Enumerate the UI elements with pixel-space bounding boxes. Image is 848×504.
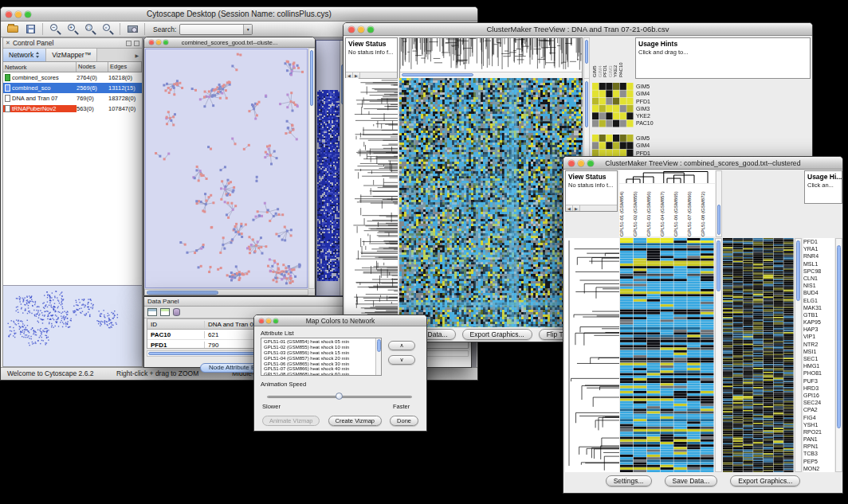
attribute-list-item[interactable]: GPL51-04 (GSM857) heat shock 20 min [262,356,375,361]
column-dendrogram-hscrollbar[interactable] [400,72,582,78]
gene-label[interactable]: RNR4 [803,252,834,260]
gene-label[interactable]: YSH1 [803,421,834,428]
gene-label[interactable]: NIS1 [803,282,834,289]
birdseye-canvas[interactable] [3,287,142,366]
animation-speed-slider[interactable] [267,392,412,401]
header-vscrollbar[interactable] [716,170,722,237]
gene-label[interactable]: TCB3 [803,450,834,457]
create-vizmap-button[interactable]: Create Vizmap [328,416,382,426]
gene-label[interactable]: FIG4 [803,414,834,421]
minimize-button[interactable] [358,26,364,33]
gene-label[interactable]: SPC98 [803,268,834,275]
view-status-scrollbar[interactable]: ◀ ▶ [346,72,397,78]
gene-label[interactable]: RPN1 [803,443,834,450]
gene-label[interactable]: PAC10 [636,119,654,127]
search-input[interactable]: ▼ [179,24,253,35]
network-list-row[interactable]: combined_sco2569(6)13112(15) [3,83,142,93]
gene-label[interactable]: PHO81 [803,369,834,377]
attribute-list-item[interactable]: GPL51-08 (GSM868) heat shock 60 min [262,372,375,376]
row-dendrogram-canvas[interactable] [565,238,619,472]
gene-label[interactable]: MAK31 [803,304,834,311]
zoom-in-icon[interactable]: + [65,22,80,37]
gene-label[interactable]: PAN1 [803,436,834,443]
network-list-row[interactable]: combined_scores2764(0)16218(0) [3,72,142,83]
gene-label[interactable]: PUF3 [803,377,834,385]
correlation-matrix-canvas[interactable] [592,83,634,127]
gene-label[interactable]: HMG1 [803,362,834,369]
network-list-row[interactable]: tRNAPuberNov2563(0)107847(0) [3,104,142,114]
gene-label[interactable]: MON2 [803,465,834,472]
column-label[interactable]: GPL51-06 (GSM865) [673,184,687,236]
scroll-right-icon[interactable]: ▶ [353,72,360,78]
zoom-out-icon[interactable]: − [48,22,62,37]
column-label[interactable]: GPL51-02 (GSM855) [633,184,646,236]
gene-label[interactable]: YRA1 [803,245,834,252]
column-dendrogram-canvas[interactable] [400,38,582,72]
save-session-icon[interactable] [23,22,37,37]
gene-label[interactable]: HAP3 [803,326,834,333]
gene-label[interactable]: SEC24 [803,399,834,406]
tab-network[interactable]: Network [3,49,46,61]
gene-label[interactable]: GIM4 [636,90,654,97]
minimize-button[interactable] [15,11,22,18]
attribute-list-item[interactable]: GPL51-03 (GSM856) heat shock 15 min [262,350,375,356]
matrix-column-label[interactable]: PFD1 [603,41,608,77]
tab-overflow-icon[interactable]: ▶ [132,49,142,61]
gene-label[interactable]: CPA2 [803,406,834,413]
zoom-window-button[interactable] [163,40,168,45]
heatmap-vscrollbar[interactable] [715,238,722,472]
attribute-listbox[interactable]: GPL51-01 (GSM854) heat shock 05 minGPL51… [261,338,382,376]
dialog-titlebar[interactable]: Map Colors to Network [254,315,426,326]
row-dendrogram-canvas[interactable] [345,78,398,327]
row-labels-vscrollbar[interactable] [835,238,842,472]
column-label[interactable]: GPL51-01 (GSM854) [619,184,633,236]
column-dendrogram-canvas[interactable] [619,170,715,183]
close-panel-icon[interactable]: ✕ [6,40,10,46]
close-button[interactable] [149,40,154,45]
gene-label[interactable]: GIM5 [636,83,654,90]
close-button[interactable] [568,160,575,166]
scroll-left-icon[interactable]: ◀ [566,205,573,211]
zoom-fit-icon[interactable]: □ [83,22,97,37]
scroll-right-icon[interactable]: ▶ [573,205,580,211]
column-label[interactable]: GPL51-07 (GSM866) [687,184,701,236]
gene-label[interactable]: PFD1 [636,98,654,105]
attribute-list-item[interactable]: GPL51-07 (GSM866) heat shock 40 min [262,366,375,372]
global-view-canvas[interactable] [723,238,794,472]
column-label[interactable]: GPL51-04 (GSM857) [660,184,673,236]
network-list-row[interactable]: DNA and Tran 07769(0)183728(0) [3,93,142,104]
main-titlebar[interactable]: Cytoscape Desktop (Session Name: collins… [1,7,477,21]
background-network-window[interactable] [316,40,345,296]
close-button[interactable] [259,318,264,323]
gene-label[interactable]: MSL1 [803,260,834,268]
attribute-list-item[interactable]: GPL51-06 (GSM865) heat shock 30 min [262,361,375,367]
treeview-combined-titlebar[interactable]: ClusterMaker TreeView : combined_scores_… [563,157,842,170]
export-graphics-button[interactable]: Export Graphics... [462,329,532,340]
gene-label[interactable]: KAP95 [803,318,834,326]
gene-label[interactable]: GIM5 [636,135,654,142]
network-vscrollbar[interactable] [308,48,315,289]
snapshot-icon[interactable] [125,22,139,37]
network-view-titlebar[interactable]: combined_scores_good.txt--cluste... [144,37,315,48]
network-hscrollbar[interactable] [144,289,308,295]
gene-label[interactable]: BUD4 [803,289,834,296]
tab-vizmapper[interactable]: VizMapper™ [46,49,97,61]
heatmap-canvas[interactable] [620,238,714,472]
matrix-column-label[interactable]: PAC10 [618,41,624,77]
move-up-button[interactable]: ∧ [388,341,415,350]
zoom-window-button[interactable] [25,11,31,18]
network-canvas[interactable] [144,48,308,289]
move-down-button[interactable]: ∨ [388,355,415,365]
save-data-button[interactable]: Save Data... [665,475,718,486]
global-view-vscrollbar[interactable] [795,238,802,472]
birdseye-view[interactable] [3,285,142,366]
animate-vizmap-button[interactable]: Animate Vizmap [262,416,320,426]
minimize-button[interactable] [156,40,161,45]
dock-panel-icon[interactable] [134,41,139,46]
close-button[interactable] [6,11,12,18]
gene-label[interactable]: GIM3 [636,105,654,112]
gene-label[interactable]: GTB1 [803,311,834,318]
close-button[interactable] [348,26,355,33]
scroll-left-icon[interactable]: ◀ [346,72,353,78]
select-attributes-icon[interactable] [147,308,157,316]
